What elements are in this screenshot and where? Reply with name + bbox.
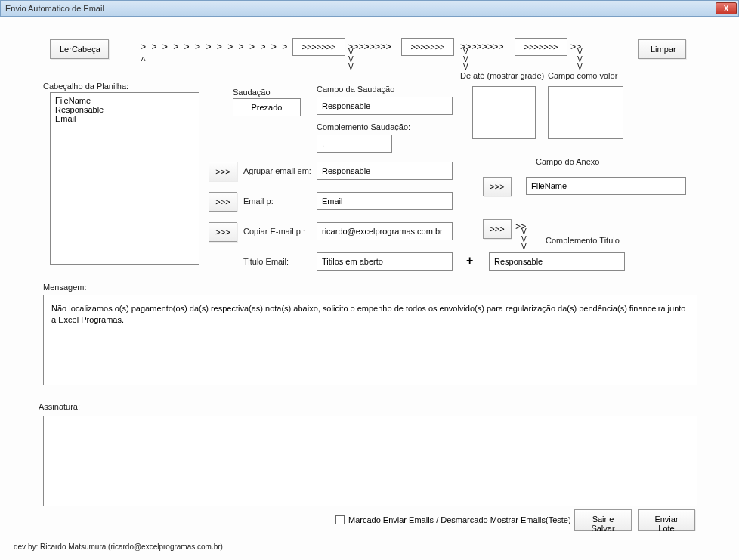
v-stack-2: V V V bbox=[463, 48, 468, 71]
agrupar-email-pick-button[interactable]: >>> bbox=[209, 162, 237, 181]
agrupar-email-input[interactable] bbox=[317, 162, 453, 180]
mensagem-label: Mensagem: bbox=[43, 283, 86, 292]
list-item[interactable]: Responsable bbox=[55, 105, 194, 114]
de-ate-listbox[interactable] bbox=[472, 86, 536, 139]
complemento-titulo-input[interactable] bbox=[489, 252, 625, 271]
assinatura-label: Assinatura: bbox=[39, 402, 80, 411]
checkbox-label: Marcado Enviar Emails / Desmarcado Mostr… bbox=[348, 515, 571, 524]
caret-up: ^ bbox=[141, 56, 146, 67]
close-button[interactable]: X bbox=[716, 2, 737, 14]
saudacao-label: Saudação bbox=[233, 88, 271, 97]
v-stack-3: V V V bbox=[577, 48, 583, 71]
email-p-pick-button[interactable]: >>> bbox=[209, 192, 237, 212]
v-stack-4: V V V bbox=[521, 228, 527, 251]
de-ate-label: De até (mostrar grade) bbox=[460, 71, 544, 80]
limpar-button[interactable]: Limpar bbox=[638, 39, 686, 59]
close-icon: X bbox=[724, 5, 729, 13]
copiar-email-input[interactable] bbox=[317, 222, 453, 240]
chevron-box-3[interactable] bbox=[515, 38, 567, 56]
checkbox-box bbox=[335, 515, 345, 524]
complemento-saudacao-label: Complemento Saudação: bbox=[317, 122, 410, 131]
assinatura-textarea[interactable] bbox=[43, 416, 697, 506]
campo-valor-label: Campo como valor bbox=[548, 71, 617, 80]
complemento-titulo-pick-button[interactable]: >>> bbox=[483, 219, 512, 239]
mensagem-textarea[interactable] bbox=[43, 295, 697, 385]
campo-valor-listbox[interactable] bbox=[548, 86, 623, 139]
email-p-input[interactable] bbox=[317, 192, 453, 210]
chevron-sequence-2: >>>>>>>> bbox=[348, 42, 391, 53]
campo-anexo-label: Campo do Anexo bbox=[536, 157, 599, 166]
copiar-email-pick-button[interactable]: >>> bbox=[209, 222, 237, 242]
email-p-label: Email p: bbox=[243, 196, 274, 206]
cabecalho-listbox[interactable]: FileName Responsable Email bbox=[50, 92, 199, 265]
agrupar-email-label: Agrupar email em: bbox=[243, 166, 311, 175]
complemento-titulo-label: Complemento Titulo bbox=[546, 236, 620, 245]
cabecalho-label: Cabeçalho da Planilha: bbox=[43, 82, 128, 91]
titlebar: Envio Automatico de Email X bbox=[0, 0, 739, 17]
complemento-saudacao-input[interactable] bbox=[317, 135, 392, 153]
enviar-lote-button[interactable]: Enviar Lote bbox=[638, 509, 695, 531]
v-stack-1: V V V bbox=[348, 48, 354, 71]
ler-cabeca-button[interactable]: LerCabeça bbox=[50, 39, 109, 59]
campo-saudacao-label: Campo da Saudação bbox=[317, 85, 394, 94]
titulo-email-input[interactable] bbox=[317, 252, 453, 271]
campo-anexo-pick-button[interactable]: >>> bbox=[483, 177, 512, 196]
campo-anexo-input[interactable] bbox=[526, 177, 686, 195]
titulo-email-label: Titulo Email: bbox=[243, 257, 289, 266]
campo-saudacao-input[interactable] bbox=[317, 97, 453, 115]
list-item[interactable]: Email bbox=[55, 114, 194, 123]
copiar-email-label: Copiar E-mail p : bbox=[243, 227, 305, 236]
saudacao-input[interactable] bbox=[233, 98, 301, 116]
chevron-box-2[interactable] bbox=[401, 38, 454, 56]
enviar-emails-checkbox[interactable]: Marcado Enviar Emails / Desmarcado Mostr… bbox=[335, 515, 571, 524]
chevron-box-1[interactable] bbox=[292, 38, 345, 56]
list-item[interactable]: FileName bbox=[55, 96, 194, 105]
plus-icon: + bbox=[466, 254, 473, 268]
dev-credit: dev by: Ricardo Matsumura (ricardo@excel… bbox=[14, 543, 223, 551]
window-title: Envio Automatico de Email bbox=[5, 4, 104, 13]
sair-salvar-button[interactable]: Sair e Salvar bbox=[574, 509, 632, 531]
